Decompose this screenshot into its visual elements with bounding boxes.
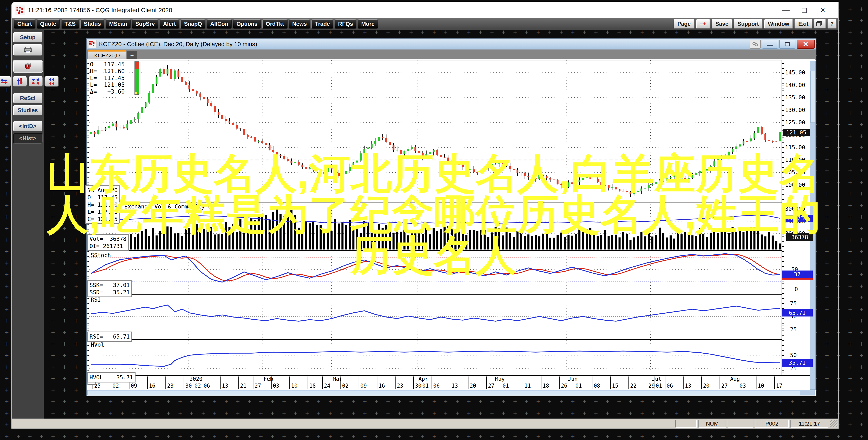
status-cell — [728, 420, 753, 428]
watermark-line: 山东历史名人,河北历史名人,白羊座历史名 — [0, 153, 868, 194]
pattern-plus: + — [74, 433, 78, 440]
month-label-Aug: Aug — [730, 376, 740, 382]
horizontal-scrollbar-thumb[interactable] — [88, 391, 800, 395]
pattern-plus: + — [386, 433, 390, 440]
toolbar-window-button[interactable]: Window — [764, 20, 793, 29]
toolbar-chart[interactable]: Chart — [14, 20, 35, 29]
day-tick-24: 27 — [488, 383, 494, 389]
horizontal-scrollbar[interactable] — [88, 390, 815, 396]
pattern-plus: + — [5, 121, 9, 128]
toolbar-exit-button[interactable]: Exit — [795, 20, 812, 29]
sidebar-item-magnet[interactable] — [13, 61, 42, 72]
pattern-plus: + — [398, 433, 401, 440]
toolbar-snapq[interactable]: SnapQ — [181, 20, 206, 29]
hvol-panel-label: HVol — [91, 341, 104, 348]
toolbar-status[interactable]: Status — [81, 20, 104, 29]
toolbar-help-button[interactable]: ? — [828, 20, 837, 29]
pattern-plus: + — [86, 433, 90, 440]
pattern-plus: + — [767, 433, 771, 440]
pattern-plus: + — [5, 433, 9, 440]
resize-grip[interactable] — [830, 420, 837, 428]
pattern-plus: + — [860, 294, 864, 301]
sidebar-item-swap-v[interactable] — [13, 76, 27, 87]
close-button[interactable]: × — [813, 6, 832, 14]
pattern-plus: + — [860, 63, 864, 70]
month-label-Feb: Feb — [264, 376, 273, 382]
toolbar-cascade-icon[interactable] — [814, 20, 826, 28]
toolbar-page-button[interactable]: Page — [674, 20, 694, 29]
logo-dot — [22, 8, 23, 10]
pattern-plus: + — [513, 433, 517, 440]
toolbar-zoom-button[interactable]: −+ — [696, 20, 710, 29]
sidebar-item-converge-h[interactable] — [29, 76, 43, 87]
toolbar-save-button[interactable]: Save — [712, 20, 732, 29]
pattern-plus: + — [121, 433, 124, 440]
pattern-plus: + — [860, 40, 864, 47]
toolbar-options[interactable]: Options — [233, 20, 261, 29]
toolbar-more[interactable]: More — [358, 20, 378, 29]
toolbar-supsrv[interactable]: SupSrv — [132, 20, 158, 29]
pattern-plus: + — [848, 144, 852, 151]
toolbar-quote[interactable]: Quote — [37, 20, 60, 29]
day-tick-23: 20 — [470, 383, 476, 389]
toolbar-mscan[interactable]: MScan — [105, 20, 131, 29]
minimize-button[interactable]: — — [776, 6, 795, 14]
toolbar-news[interactable]: News — [289, 20, 310, 29]
pattern-plus: + — [155, 433, 159, 440]
pattern-plus: + — [467, 433, 471, 440]
pattern-plus: + — [144, 433, 147, 440]
pattern-plus: + — [790, 433, 794, 440]
pattern-plus: + — [860, 132, 864, 139]
day-tick-34: 01 — [655, 383, 662, 389]
toolbar-alert[interactable]: Alert — [160, 20, 180, 29]
pattern-plus: + — [583, 433, 586, 440]
sidebar-item-intd[interactable]: <IntD> — [13, 121, 42, 131]
axis-label-price-135.00: 135.00 — [785, 94, 805, 101]
sidebar-item-rescl[interactable]: ReScl — [13, 93, 42, 103]
pattern-plus: + — [502, 433, 505, 440]
pattern-plus: + — [848, 317, 852, 324]
toolbar-ts[interactable]: T&S — [61, 20, 79, 29]
toolbar-rfqs[interactable]: RFQs — [335, 20, 356, 29]
pattern-plus: + — [5, 282, 9, 290]
day-range-gauge — [134, 61, 139, 95]
toolbar-ordtkt[interactable]: OrdTkt — [262, 20, 287, 29]
pattern-plus: + — [860, 352, 864, 359]
pattern-plus: + — [848, 421, 852, 428]
sidebar-item-converge-v[interactable] — [44, 76, 59, 87]
pattern-plus: + — [5, 63, 9, 70]
axis-label-price-125.00: 125.00 — [785, 119, 805, 126]
pattern-plus: + — [28, 433, 32, 440]
pattern-plus: + — [663, 433, 667, 440]
pattern-plus: + — [282, 433, 286, 440]
pattern-plus: + — [421, 433, 425, 440]
toolbar-trade[interactable]: Trade — [311, 20, 333, 29]
day-tick-11: 03 — [273, 383, 279, 389]
pattern-plus: + — [213, 433, 217, 440]
pattern-plus: + — [363, 433, 367, 440]
pattern-plus: + — [686, 433, 690, 440]
day-tick-13: 18 — [309, 383, 316, 389]
sidebar-item-hist[interactable]: <Hist> — [13, 133, 42, 144]
sidebar-item-setup[interactable]: Setup — [13, 32, 42, 42]
pattern-plus: + — [860, 386, 864, 394]
axis-label-hvol-50: 50 — [790, 352, 797, 358]
rsi-value-box: RSI= 65.71 — [87, 332, 132, 342]
sidebar-item-print[interactable] — [13, 44, 42, 56]
toolbar-support-button[interactable]: Support — [734, 20, 763, 29]
day-tick-27: 18 — [543, 383, 549, 389]
sidebar-item-studies[interactable]: Studies — [13, 105, 42, 116]
logo-dot — [21, 11, 23, 13]
toolbar-allcon[interactable]: AllCon — [207, 20, 231, 29]
month-label-2020: 2020 — [190, 376, 203, 382]
maximize-button[interactable]: □ — [795, 6, 813, 14]
pattern-plus: + — [848, 386, 852, 394]
pattern-plus: + — [860, 398, 864, 405]
vertical-scrollbar-thumb[interactable] — [810, 71, 815, 123]
pattern-plus: + — [860, 317, 864, 324]
sidebar-item-swap-h[interactable] — [0, 76, 11, 87]
pattern-plus: + — [294, 433, 298, 440]
month-label-Jul: Jul — [652, 376, 661, 382]
pattern-plus: + — [5, 40, 9, 47]
day-tick-1: 02 — [113, 383, 119, 389]
